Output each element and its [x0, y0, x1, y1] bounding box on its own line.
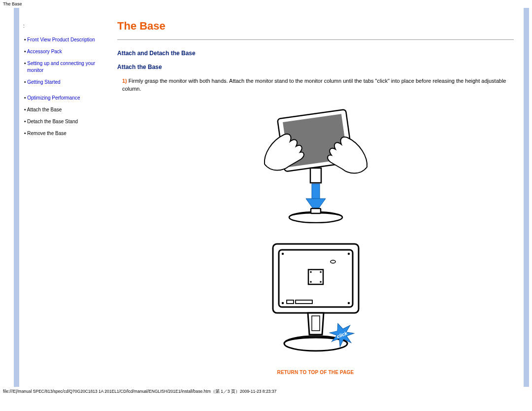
sidebar-link[interactable]: Accessory Pack: [27, 49, 62, 54]
right-stripe: [524, 8, 529, 387]
divider: [117, 39, 514, 40]
sidebar-label: Attach the Base: [27, 107, 62, 112]
sidebar-item-attach-base[interactable]: Attach the Base: [23, 106, 108, 113]
step-1: 1) Firmly grasp the monitor with both ha…: [117, 77, 514, 93]
svg-point-10: [310, 271, 312, 273]
page-title: The Base: [117, 20, 514, 33]
sidebar-item-accessory-pack[interactable]: Accessory Pack: [23, 48, 108, 55]
svg-point-12: [310, 281, 312, 283]
sidebar-link[interactable]: Getting Started: [27, 79, 60, 85]
step-text: Firmly grasp the monitor with both hands…: [122, 78, 506, 92]
sidebar-item-optimizing[interactable]: Optimizing Performance: [23, 95, 108, 102]
svg-point-14: [281, 253, 283, 255]
svg-rect-18: [287, 300, 294, 304]
sidebar-link[interactable]: Optimizing Performance: [27, 95, 80, 101]
step-number: 1): [122, 78, 127, 84]
svg-rect-3: [312, 184, 320, 200]
figure-attach-monitor-to-base: [262, 105, 370, 223]
sidebar-label: Remove the Base: [27, 131, 66, 136]
subtitle-attach-base: Attach the Base: [117, 64, 514, 70]
sidebar-item-getting-started[interactable]: Getting Started: [23, 79, 108, 86]
page-container: : Front View Product Description Accesso…: [0, 8, 532, 387]
sidebar-list: Front View Product Description Accessory…: [23, 36, 108, 137]
svg-rect-6: [311, 208, 321, 213]
sidebar-link[interactable]: Front View Product Description: [27, 37, 95, 42]
subtitle-attach-detach: Attach and Detach the Base: [117, 50, 514, 57]
sidebar-item-detach-base[interactable]: Detach the Base Stand: [23, 118, 108, 125]
sidebar-item-front-view[interactable]: Front View Product Description: [23, 36, 108, 43]
return-to-top-link[interactable]: RETURN TO TOP OF THE PAGE: [277, 370, 354, 375]
svg-rect-2: [310, 168, 321, 183]
left-stripe: [14, 8, 19, 387]
svg-point-11: [320, 271, 322, 273]
sidebar-item-remove-base[interactable]: Remove the Base: [23, 130, 108, 137]
sidebar-colon: :: [23, 23, 25, 29]
sidebar: : Front View Product Description Accesso…: [19, 8, 110, 387]
svg-point-17: [347, 302, 349, 304]
illustrations: click: [117, 105, 514, 355]
svg-point-15: [347, 253, 349, 255]
footer-path: file:///E|/manual SPEC/813/spec/cd/Q70G2…: [0, 387, 532, 395]
sidebar-link[interactable]: Setting up and connecting your monitor: [27, 61, 95, 73]
main-content: The Base Attach and Detach the Base Atta…: [110, 8, 524, 387]
sidebar-label: Detach the Base Stand: [27, 119, 78, 124]
svg-point-13: [320, 281, 322, 283]
svg-rect-19: [296, 300, 312, 304]
return-to-top[interactable]: RETURN TO TOP OF THE PAGE: [117, 369, 514, 375]
svg-point-16: [281, 302, 283, 304]
figure-monitor-click-into-base: click: [259, 237, 372, 355]
sidebar-item-setting-up[interactable]: Setting up and connecting your monitor: [23, 60, 108, 74]
header-label: The Base: [0, 0, 532, 8]
